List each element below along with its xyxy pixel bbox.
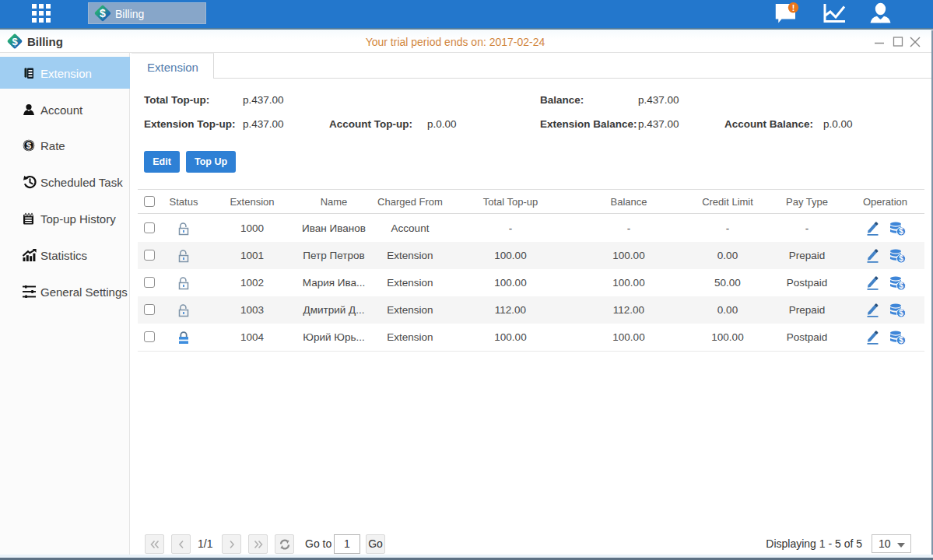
svg-text:$: $ [899,309,903,317]
svg-text:!: ! [792,3,795,12]
svg-text:$: $ [26,141,32,150]
svg-text:$: $ [899,254,903,263]
svg-text:$: $ [899,282,903,290]
svg-text:$: $ [100,7,106,19]
svg-text:$: $ [899,227,903,236]
svg-text:$: $ [899,336,903,345]
